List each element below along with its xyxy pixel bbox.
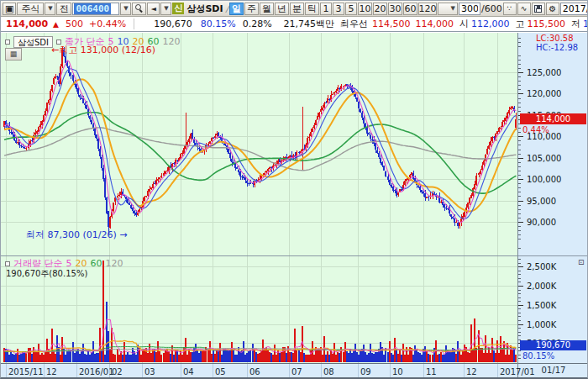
svg-text:105,000: 105,000 [527,154,561,163]
code-value: 006400 [74,3,111,14]
new-stock-badge: 신 [172,3,184,14]
svg-text:125,000: 125,000 [527,68,561,77]
asset-type-select[interactable]: 주식 [17,3,44,15]
tab-minute[interactable]: 분 [290,3,304,15]
left-arrow-icon: ← [51,45,59,55]
tab-monthly[interactable]: 월 [260,3,274,15]
svg-text:11: 11 [426,367,437,376]
vol-ma120-label: 120 [106,258,123,269]
best-bid: 114,000 [416,18,454,29]
legend-checkbox-icon[interactable] [5,39,10,45]
minute-10-button[interactable]: 10 [358,3,372,15]
low-label: 저 [571,18,580,30]
candlestick-volume-chart[interactable]: 125,000120,000115,000110,000105,000100,0… [1,33,588,379]
svg-text:05: 05 [215,367,226,376]
svg-text:2016/01: 2016/01 [79,367,114,376]
svg-text:2,000K: 2,000K [527,282,557,291]
svg-text:08: 08 [323,367,334,376]
vol-ma60-label: 60 [91,258,102,269]
last-date-label: 01/17 [518,366,588,375]
svg-text:100,000: 100,000 [527,175,561,184]
tab-yearly[interactable]: 년 [275,3,289,15]
lowest-price-annotation: 최저 87,300 (01/26) → [26,229,127,241]
legend-symbol-chip[interactable]: 삼성SDI [13,36,53,48]
minute-1-button[interactable]: 1 [320,3,332,15]
volume-value: 190,670 [154,18,192,29]
current-price-pct: 0.44% [522,125,549,134]
open-label: 시 [459,18,469,30]
minute-20-button[interactable]: 20 [373,3,387,15]
minute-5-button[interactable]: 5 [345,3,357,15]
ma120-label: 120 [163,36,181,47]
minute-60-button[interactable]: 60 [403,3,417,15]
minute-120-button[interactable]: 120 [418,3,437,15]
search-button[interactable] [132,3,146,15]
prev-stock-button[interactable]: 전 [56,3,71,15]
code-input[interactable]: 006400 [72,3,119,15]
svg-text:2,500K: 2,500K [527,262,557,271]
svg-text:12: 12 [46,367,57,376]
custom-period-select[interactable]: ▼ [438,3,458,15]
svg-text:90,000: 90,000 [527,218,556,227]
best-ask: 114,500 [372,18,411,29]
current-price-badge: 114,000 [520,113,586,124]
svg-text:09: 09 [360,367,371,376]
price-change: 500 [66,18,83,29]
open-price: 112,000 [471,18,510,29]
minute-30-button[interactable]: 30 [388,3,402,15]
window-icon[interactable]: ▣ [3,3,16,15]
right-arrow-icon: → [119,229,127,240]
tab-tick[interactable]: 틱 [305,3,319,15]
asset-type-dropdown-icon[interactable]: ▼ [45,3,55,15]
tab-daily[interactable]: 일 [229,3,244,15]
svg-text:95,000: 95,000 [527,197,556,206]
volume-value-line: 190,670주(80.15%) [6,268,87,280]
legend-checkbox-icon[interactable] [5,261,10,266]
current-volume-badge: 190,670 [520,340,586,350]
divider [134,18,134,29]
svg-text:07: 07 [291,367,302,376]
pane-collapse-icon[interactable]: ⊡ [578,258,585,266]
chart-window: ▣ 주식 ▼ 전 006400 ▼ ◄ ▼ 신 삼성SDI ∕ 일 주 월 년 … [0,0,588,379]
minute-3-button[interactable]: 3 [333,3,344,15]
high-price: 115,500 [528,18,566,29]
quote-row: 114,000 ▲ 500 +0.44% 190,670 80.15% 0.28… [1,17,587,32]
svg-text:12: 12 [466,367,477,376]
speaker-dropdown-icon[interactable]: ▼ [160,3,171,15]
date-input[interactable] [560,3,587,15]
up-triangle-icon: ▲ [53,20,59,29]
high-label: 고 [516,18,525,30]
price-change-pct: +0.44% [89,18,126,29]
code-dropdown-icon[interactable]: ▼ [120,3,131,15]
settings-button[interactable]: ⚙ [546,3,559,15]
keypad-icon[interactable]: ▦ [5,48,22,61]
search-icon [135,4,144,13]
current-price: 114,000 [6,18,48,29]
chart-area[interactable]: 125,000120,000115,000110,000105,000100,0… [1,33,588,379]
best-quote-label: 최우선 [340,18,368,30]
bar-count-input[interactable] [459,3,480,15]
svg-text:10: 10 [392,367,403,376]
svg-text:120,000: 120,000 [527,89,561,98]
highest-price-annotation: ←최고 131,000 (12/16) [51,44,155,56]
current-volume-pct: 80.15% [522,351,554,361]
svg-text:06: 06 [249,367,260,376]
svg-text:1,500K: 1,500K [527,301,557,310]
trade-value: 21,745백만 [284,18,335,30]
bar-total-label: /600 [481,3,502,14]
edit-slash-icon: ∕ [226,4,228,13]
toolbar: ▣ 주식 ▼ 전 006400 ▼ ◄ ▼ 신 삼성SDI ∕ 일 주 월 년 … [1,1,587,17]
indicator-icon[interactable]: ∵ [503,3,517,15]
svg-text:1,000K: 1,000K [527,320,557,329]
turnover-pct: 0.28% [243,18,272,29]
stock-name: 삼성SDI [185,3,224,15]
tab-weekly[interactable]: 주 [244,3,259,15]
speaker-icon[interactable]: ◄ [147,3,160,15]
hc-indicator: HC:-12.98 [536,43,578,52]
svg-text:2015/11: 2015/11 [8,367,44,376]
svg-text:04: 04 [183,367,194,376]
trendline-icon[interactable]: ∿ [517,3,531,15]
save-icon [534,5,542,13]
svg-text:02: 02 [112,367,123,376]
save-button[interactable] [532,3,545,15]
